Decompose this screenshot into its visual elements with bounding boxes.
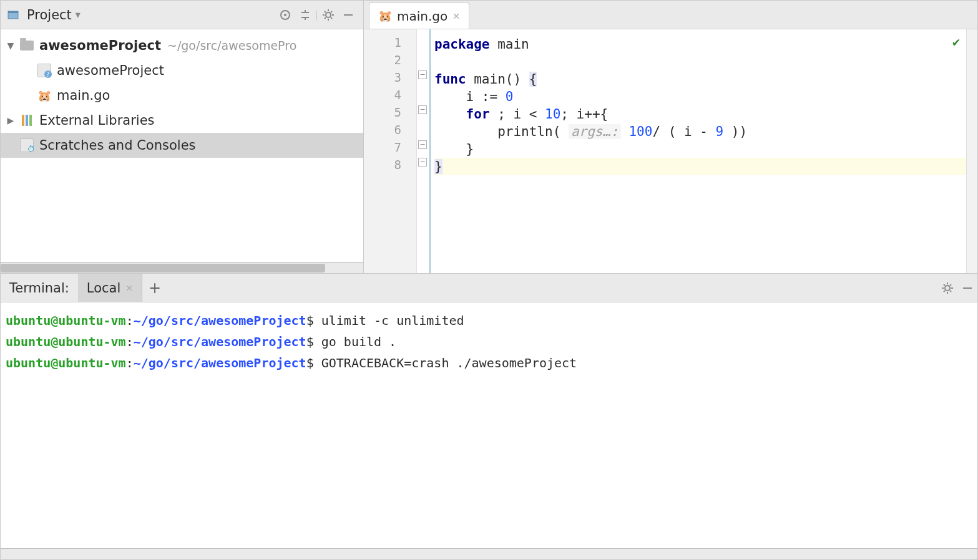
editor-scrollbar[interactable] — [966, 29, 977, 273]
project-tree: ▼ awesomeProject ~/go/src/awesomePro awe… — [1, 29, 363, 262]
gear-icon[interactable] — [937, 278, 957, 298]
expand-icon[interactable]: ▼ — [4, 41, 17, 51]
tree-root-path: ~/go/src/awesomePro — [167, 39, 296, 52]
tree-external-libraries[interactable]: ▶ External Libraries — [1, 108, 363, 133]
line-gutter[interactable]: 1 2 3 4 5 6 7 8 — [364, 29, 417, 273]
editor-tabbar: 🐹 main.go ✕ — [364, 1, 977, 29]
sidebar-header: Project ▾ | — [1, 1, 363, 29]
sidebar-title[interactable]: Project — [27, 7, 72, 22]
iml-icon — [37, 63, 52, 78]
terminal-header: Terminal: Local ✕ + — [1, 274, 977, 302]
terminal-panel: Terminal: Local ✕ + ubuntu@ubuntu-vm:~/g… — [1, 274, 977, 559]
minimize-icon[interactable] — [338, 5, 358, 25]
line-number[interactable]: 1 — [364, 36, 416, 53]
sidebar-scrollbar[interactable] — [1, 262, 363, 273]
terminal-output[interactable]: ubuntu@ubuntu-vm:~/go/src/awesomeProject… — [1, 302, 977, 548]
tree-external-label: External Libraries — [39, 113, 155, 128]
terminal-title: Terminal: — [1, 281, 78, 296]
go-file-icon: 🐹 — [378, 9, 392, 22]
svg-point-3 — [284, 14, 286, 16]
terminal-tab-label: Local — [87, 281, 120, 296]
tree-scratches-label: Scratches and Consoles — [39, 138, 196, 153]
fold-column[interactable]: − − − − — [417, 29, 431, 273]
terminal-tab[interactable]: Local ✕ — [78, 274, 142, 302]
tree-root[interactable]: ▼ awesomeProject ~/go/src/awesomePro — [1, 33, 363, 58]
close-icon[interactable]: ✕ — [452, 11, 460, 21]
line-number[interactable]: 3 — [364, 70, 416, 88]
line-number[interactable]: 2 — [364, 53, 416, 70]
go-file-icon: 🐹 — [37, 88, 52, 103]
project-view-icon — [6, 7, 21, 22]
gear-icon[interactable] — [318, 5, 338, 25]
editor-tab[interactable]: 🐹 main.go ✕ — [369, 2, 469, 29]
editor-tab-label: main.go — [397, 9, 447, 24]
svg-rect-1 — [8, 11, 18, 13]
terminal-scrollbar[interactable] — [1, 548, 977, 559]
tree-item-label: awesomeProject — [57, 63, 164, 78]
tree-scratches[interactable]: Scratches and Consoles — [1, 133, 363, 158]
locate-icon[interactable] — [275, 5, 295, 25]
fold-icon[interactable]: − — [418, 140, 427, 149]
tree-item[interactable]: awesomeProject — [1, 58, 363, 83]
terminal-line: ubuntu@ubuntu-vm:~/go/src/awesomeProject… — [6, 310, 972, 331]
code-area[interactable]: ✔ package main func main() { i := 0 for … — [431, 29, 966, 273]
editor-pane: 🐹 main.go ✕ 1 2 3 4 5 6 7 8 − − − − — [364, 1, 977, 273]
check-icon[interactable]: ✔ — [952, 33, 960, 51]
folder-icon — [19, 38, 34, 53]
tree-item[interactable]: 🐹 main.go — [1, 83, 363, 108]
project-sidebar: Project ▾ | ▼ awesomeProject ~/go/src/aw… — [1, 1, 364, 273]
minimize-icon[interactable] — [957, 278, 977, 298]
fold-icon[interactable]: − — [418, 105, 427, 114]
terminal-line: ubuntu@ubuntu-vm:~/go/src/awesomeProject… — [6, 352, 972, 374]
line-number[interactable]: 6 — [364, 123, 416, 140]
tree-item-label: main.go — [57, 88, 110, 103]
svg-point-5 — [945, 286, 950, 291]
fold-icon[interactable]: − — [418, 70, 427, 79]
line-number[interactable]: 7 — [364, 140, 416, 158]
terminal-line: ubuntu@ubuntu-vm:~/go/src/awesomeProject… — [6, 331, 972, 352]
fold-icon[interactable]: − — [418, 158, 427, 167]
collapse-icon[interactable] — [295, 5, 315, 25]
editor-body[interactable]: 1 2 3 4 5 6 7 8 − − − − ✔ package main f… — [364, 29, 977, 273]
line-number[interactable]: 8 — [364, 158, 416, 175]
libraries-icon — [19, 113, 34, 128]
line-number[interactable]: 5 — [364, 105, 416, 123]
line-number[interactable]: 4 — [364, 88, 416, 105]
add-terminal-button[interactable]: + — [142, 279, 167, 297]
dropdown-icon[interactable]: ▾ — [76, 9, 81, 21]
close-icon[interactable]: ✕ — [125, 283, 133, 293]
scratch-icon — [19, 138, 34, 153]
svg-point-4 — [326, 12, 331, 17]
expand-icon[interactable]: ▶ — [4, 115, 17, 125]
tree-root-label: awesomeProject — [39, 38, 161, 53]
